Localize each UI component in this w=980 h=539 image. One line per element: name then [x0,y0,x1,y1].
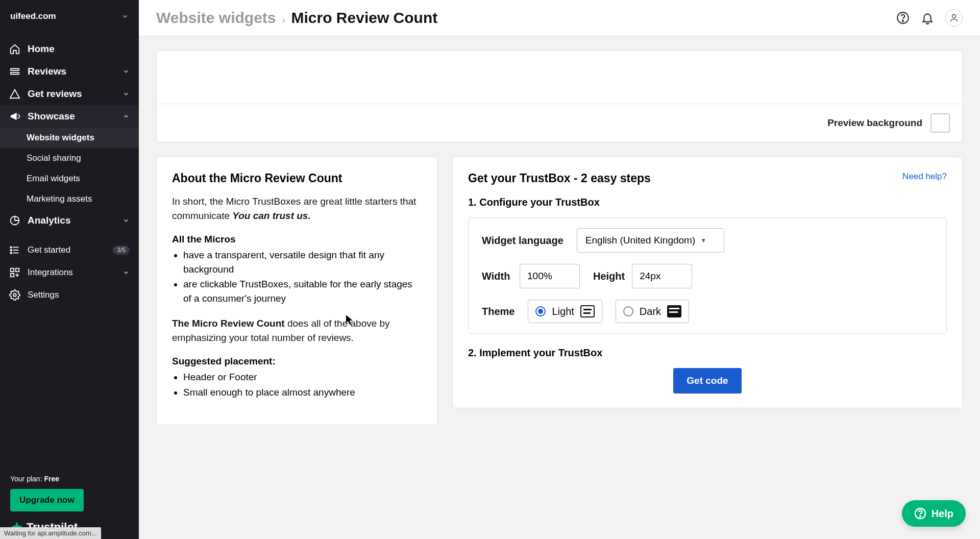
nav-settings[interactable]: Settings [0,284,139,306]
list-item: have a transparent, versatile design tha… [183,248,422,276]
svg-point-17 [920,516,921,517]
chevron-down-icon [122,68,130,75]
preview-area [157,51,962,104]
nav-home[interactable]: Home [0,38,139,60]
chevron-down-icon [122,90,130,97]
breadcrumb-parent[interactable]: Website widgets [156,9,276,27]
svg-rect-10 [16,268,19,272]
preview-card: Preview background [156,51,963,142]
need-help-link[interactable]: Need help? [902,172,947,182]
list-item: are clickable TrustBoxes, suitable for t… [183,277,422,305]
theme-dark-icon [667,305,681,317]
main: Website widgets › Micro Review Count Pre… [139,0,980,539]
sub-social-sharing[interactable]: Social sharing [0,148,139,168]
width-label: Width [482,271,512,282]
chevron-down-icon [122,217,130,224]
height-label: Height [593,271,625,282]
sidebar: uifeed.com Home Reviews G [0,0,139,539]
width-input[interactable] [520,264,580,288]
svg-point-8 [10,252,12,254]
nav-label: Integrations [28,267,115,278]
nav-reviews[interactable]: Reviews [0,60,139,83]
config-heading: Get your TrustBox - 2 easy steps [468,172,651,185]
step2-title: 2. Implement your TrustBox [468,347,947,359]
nav-get-started[interactable]: Get started 3/5 [0,239,139,261]
breadcrumb-separator: › [282,15,285,26]
sub-marketing-assets[interactable]: Marketing assets [0,189,139,209]
get-code-button[interactable]: Get code [673,368,741,394]
step1-title: 1. Configure your TrustBox [468,197,947,208]
placement-list: Header or Footer Small enough to place a… [172,370,422,399]
reviews-icon [9,66,20,77]
nav-label: Analytics [28,215,115,226]
breadcrumb: Website widgets › Micro Review Count [156,9,437,27]
nav-label: Get started [28,245,106,255]
theme-light-label: Light [552,306,574,317]
chevron-up-icon [122,113,130,120]
help-fab-label: Help [932,508,953,520]
sidebar-footer: Your plan: Free Upgrade now [0,465,139,511]
nav-showcase[interactable]: Showcase [0,105,139,128]
svg-point-6 [10,247,12,248]
theme-dark-label: Dark [640,306,661,317]
profile-button[interactable] [945,9,963,27]
nav-label: Get reviews [28,88,115,100]
help-circle-icon [914,507,926,520]
status-bar: Waiting for api.amplitude.com... [0,527,101,539]
caret-down-icon: ▼ [700,237,706,244]
svg-point-14 [902,20,903,21]
config-fieldset: Widget language English (United Kingdom)… [468,217,947,334]
checklist-icon [9,244,20,256]
list-item: Header or Footer [183,370,422,384]
analytics-icon [9,215,20,226]
theme-light-icon [580,305,595,317]
nav-label: Reviews [28,66,115,77]
about-intro-emph: You can trust us. [232,210,310,221]
theme-dark-option[interactable]: Dark [616,300,689,323]
preview-bg-swatch[interactable] [930,113,950,133]
plan-line: Your plan: Free [10,475,129,483]
nav-analytics[interactable]: Analytics [0,209,139,232]
nav-label: Showcase [28,111,115,122]
nav-label: Home [28,43,130,55]
upgrade-button[interactable]: Upgrade now [10,489,84,511]
svg-point-12 [13,293,16,297]
mrc-paragraph: The Micro Review Count does all of the a… [172,316,422,345]
nav-integrations[interactable]: Integrations [0,261,139,284]
help-fab[interactable]: Help [902,500,966,527]
config-card: Get your TrustBox - 2 easy steps Need he… [452,157,963,408]
svg-rect-0 [11,69,19,71]
svg-rect-11 [11,274,14,277]
placement-heading: Suggested placement: [172,356,422,367]
nav-get-reviews[interactable]: Get reviews [0,83,139,105]
page-title: Micro Review Count [291,9,438,27]
svg-point-15 [952,14,956,18]
showcase-submenu: Website widgets Social sharing Email wid… [0,128,139,209]
chevron-down-icon [122,269,130,276]
help-icon[interactable] [896,11,910,24]
user-icon [949,13,959,23]
about-card: About the Micro Review Count In short, t… [156,157,438,425]
sub-website-widgets[interactable]: Website widgets [0,128,139,148]
sidebar-nav: Home Reviews Get reviews S [0,33,139,465]
sub-email-widgets[interactable]: Email widgets [0,168,139,189]
preview-bg-label: Preview background [827,117,922,129]
chevron-down-icon [121,13,129,20]
radio-icon [623,306,633,316]
svg-point-7 [10,250,12,251]
micros-list: have a transparent, versatile design tha… [172,248,422,305]
bell-icon[interactable] [921,11,934,24]
height-input[interactable] [632,264,692,288]
preview-footer: Preview background [157,104,962,142]
site-switcher[interactable]: uifeed.com [0,0,139,33]
theme-light-option[interactable]: Light [528,300,602,323]
progress-badge: 3/5 [113,246,130,255]
content: Preview background About the Micro Revie… [139,36,980,539]
theme-label: Theme [482,306,514,317]
gear-icon [9,289,20,301]
widget-language-label: Widget language [482,235,564,247]
widget-language-select[interactable]: English (United Kingdom) ▼ [577,228,724,253]
megaphone-icon [9,111,20,122]
home-icon [9,43,20,55]
svg-rect-1 [11,72,19,75]
